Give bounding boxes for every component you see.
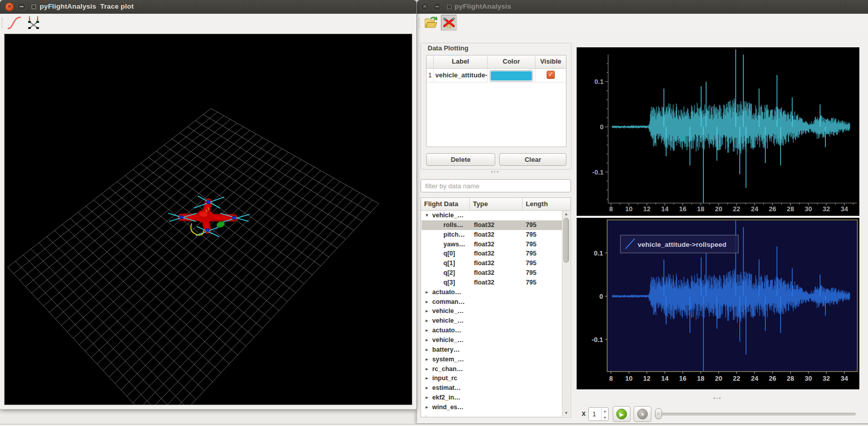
stop-button[interactable]: ■ xyxy=(634,406,651,422)
scrollbar-thumb[interactable] xyxy=(563,218,569,263)
slider-track[interactable] xyxy=(655,413,856,415)
toolbar-handle[interactable] xyxy=(418,18,421,28)
x-tick-label: 14 xyxy=(661,375,669,382)
curve-tool-button[interactable] xyxy=(6,15,22,31)
flight-data-tree: Flight Data Type Length ▾vehicle_…rolls…… xyxy=(421,197,571,417)
tree-row[interactable]: ▸vehicle_… xyxy=(422,306,562,316)
tree-row[interactable]: ▸system_… xyxy=(422,355,562,364)
expand-arrow-icon[interactable]: ▸ xyxy=(426,335,428,345)
tree-row[interactable]: ▸estimat… xyxy=(422,383,562,393)
tree-row[interactable]: pitch…float32795 xyxy=(422,230,562,240)
close-icon[interactable]: ✕ xyxy=(5,3,14,11)
slider-handle[interactable] xyxy=(655,408,662,419)
time-slider[interactable] xyxy=(655,406,856,421)
x-tick-label: 28 xyxy=(787,375,794,382)
tree-row[interactable]: q[3]float32795 xyxy=(422,278,562,288)
maximize-icon[interactable] xyxy=(445,3,454,11)
open-log-button[interactable] xyxy=(423,15,439,31)
expand-arrow-icon[interactable]: ▸ xyxy=(426,403,428,412)
tree-row[interactable]: ▸vehicle_… xyxy=(422,316,562,326)
tree-row[interactable]: ▸actuato… xyxy=(422,326,562,335)
tree-row[interactable]: ▸rc_chan… xyxy=(422,364,562,374)
curve-label-cell[interactable]: vehicle_attitude->rollspeed xyxy=(434,69,488,82)
tree-row[interactable]: q[0]float32795 xyxy=(422,249,562,259)
tree-row[interactable]: rolls…float32795 xyxy=(422,220,562,230)
visible-column-header[interactable]: Visible xyxy=(535,55,566,68)
tree-row[interactable]: q[2]float32795 xyxy=(422,268,562,278)
x-tick-label: 8 xyxy=(609,375,613,382)
plot-top[interactable]: 0.10-0.1810121416182022242628303234 xyxy=(577,47,859,216)
collapse-arrow-icon[interactable]: ▾ xyxy=(426,211,428,220)
spin-down-icon[interactable]: ▼ xyxy=(602,414,608,420)
tree-item-length: 795 xyxy=(526,230,536,240)
visible-checkbox[interactable]: ✓ xyxy=(547,71,555,79)
color-column-header[interactable]: Color xyxy=(488,55,535,68)
trace-window-titlebar[interactable]: ✕ pyFlightAnalysis Trace plot xyxy=(0,0,416,14)
expand-arrow-icon[interactable]: ▸ xyxy=(426,288,428,297)
toolbar-handle[interactable] xyxy=(2,18,4,28)
tree-row[interactable]: q[1]float32795 xyxy=(422,259,562,268)
y-tick-label: -0.1 xyxy=(592,336,603,344)
corner-header xyxy=(427,55,434,68)
curve-color-swatch[interactable] xyxy=(490,70,533,81)
delete-button[interactable]: Delete xyxy=(426,153,495,166)
flight-data-column-header[interactable]: Flight Data xyxy=(421,198,470,210)
label-column-header[interactable]: Label xyxy=(434,55,488,68)
scroll-down-icon[interactable]: ▼ xyxy=(562,410,570,416)
delete-curve-button[interactable] xyxy=(441,15,457,31)
plot-legend[interactable]: vehicle_attitude->rollspeed xyxy=(620,235,738,253)
expand-arrow-icon[interactable]: ▸ xyxy=(426,297,428,307)
gl-3d-viewport[interactable] xyxy=(4,34,412,405)
expand-arrow-icon[interactable]: ▸ xyxy=(426,316,428,326)
tree-row[interactable]: ▸ekf2_in… xyxy=(422,393,562,403)
expand-arrow-icon[interactable]: ▸ xyxy=(426,374,428,383)
filter-input[interactable] xyxy=(421,179,571,192)
speed-spinbox[interactable]: ▲ ▼ xyxy=(588,407,609,421)
tree-row[interactable]: ▸… xyxy=(422,412,562,416)
curve-row[interactable]: 1 vehicle_attitude->rollspeed ✓ xyxy=(427,69,566,82)
speed-value-input[interactable] xyxy=(589,408,601,420)
trace-toolbar xyxy=(0,14,416,32)
scroll-up-icon[interactable]: ▲ xyxy=(562,211,570,217)
tree-row[interactable]: ▸battery… xyxy=(422,345,562,355)
x-tick-label: 24 xyxy=(751,375,759,382)
tree-row[interactable]: ▸actuato… xyxy=(422,288,562,297)
maximize-icon[interactable] xyxy=(29,3,38,11)
clear-button[interactable]: Clear xyxy=(499,153,566,166)
panel-splitter-handle[interactable] xyxy=(491,171,498,173)
plot-splitter-handle[interactable] xyxy=(713,397,721,399)
x-tick-label: 10 xyxy=(625,375,633,382)
expand-arrow-icon[interactable]: ▸ xyxy=(426,364,428,374)
minimize-icon[interactable] xyxy=(433,3,441,11)
expand-arrow-icon[interactable]: ▸ xyxy=(426,326,428,335)
tree-row[interactable]: ▸input_rc xyxy=(422,374,562,383)
expand-arrow-icon[interactable]: ▸ xyxy=(426,345,428,355)
spin-up-icon[interactable]: ▲ xyxy=(602,408,608,414)
minimize-icon[interactable] xyxy=(17,3,26,11)
tree-row[interactable]: ▸vehicle_… xyxy=(422,335,562,345)
tree-item-length: 795 xyxy=(526,249,536,259)
type-column-header[interactable]: Type xyxy=(470,198,523,210)
expand-arrow-icon[interactable]: ▸ xyxy=(426,383,428,393)
expand-arrow-icon[interactable]: ▸ xyxy=(426,393,428,403)
tree-row[interactable]: ▸wind_es… xyxy=(422,403,562,412)
y-tick-label: 0 xyxy=(600,123,604,131)
tree-item-length: 795 xyxy=(526,278,536,288)
x-tick-label: 16 xyxy=(679,205,686,213)
plot-bottom[interactable]: 0.10-0.1810121416182022242628303234vehic… xyxy=(577,218,859,389)
play-button[interactable]: ▶ xyxy=(613,406,631,422)
tree-scrollbar[interactable]: ▲ ▼ xyxy=(562,211,570,416)
row-number: 1 xyxy=(427,69,434,82)
quadrotor-tool-button[interactable] xyxy=(25,15,42,31)
tree-item-label: pitch… xyxy=(443,230,465,240)
tree-row[interactable]: ▾vehicle_… xyxy=(422,211,562,220)
close-icon[interactable]: ✕ xyxy=(421,3,429,11)
expand-arrow-icon[interactable]: ▸ xyxy=(426,355,428,364)
expand-arrow-icon[interactable]: ▸ xyxy=(426,412,428,416)
tree-row[interactable]: yaws…float32795 xyxy=(422,240,562,249)
main-window-titlebar[interactable]: ✕ pyFlightAnalysis xyxy=(417,0,868,14)
window-title: pyFlightAnalysis Trace plot xyxy=(40,3,134,10)
tree-row[interactable]: ▸comman… xyxy=(422,297,562,307)
length-column-header[interactable]: Length xyxy=(523,198,563,210)
expand-arrow-icon[interactable]: ▸ xyxy=(426,306,428,316)
